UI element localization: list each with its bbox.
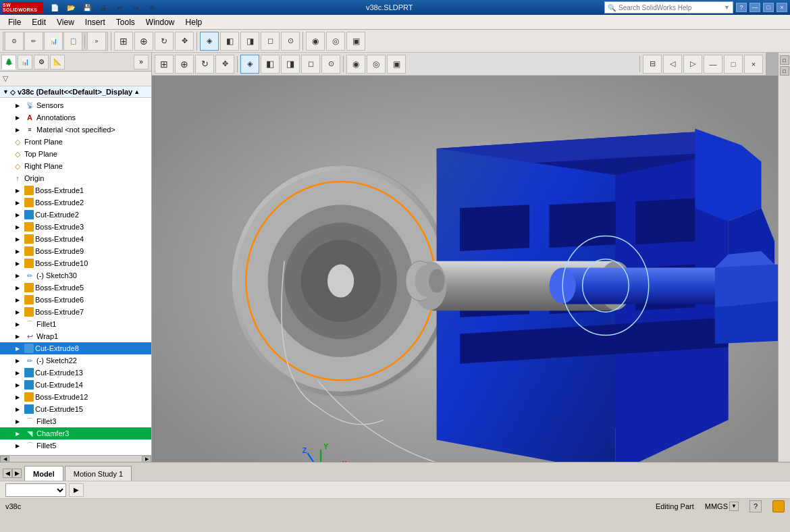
menu-insert[interactable]: Insert: [80, 16, 111, 28]
tree-item-right-plane[interactable]: ◇ Right Plane: [0, 160, 151, 172]
vp-zoom-in-btn[interactable]: ⊕: [175, 55, 194, 74]
tab-motion-study-1[interactable]: Motion Study 1: [65, 466, 132, 481]
rotate-view-btn[interactable]: ↻: [155, 32, 174, 51]
close-btn[interactable]: ×: [776, 3, 787, 12]
vp-rotate-btn[interactable]: ↻: [195, 55, 214, 74]
new-btn[interactable]: 📄: [47, 0, 62, 15]
vp-materials-btn[interactable]: ◉: [346, 55, 365, 74]
minimize-btn[interactable]: —: [749, 3, 760, 12]
tree-item-chamfer3[interactable]: ▶ ◥ Chamfer3: [0, 427, 151, 440]
menu-view[interactable]: View: [51, 16, 80, 28]
fm-scrollbar[interactable]: ◀ ▶: [0, 455, 151, 462]
print-btn[interactable]: 🖨: [96, 0, 111, 15]
tree-item-top-plane[interactable]: ◇ Top Plane: [0, 148, 151, 160]
tree-item-boss-extrude3[interactable]: ▶ Boss-Extrude3: [0, 221, 151, 233]
tab-model[interactable]: Model: [24, 466, 63, 481]
vp-pan-btn[interactable]: ✥: [215, 55, 234, 74]
tree-item-fillet3[interactable]: ▶ ⌒ Fillet3: [0, 415, 151, 427]
tree-item-cut-extrude2[interactable]: ▶ Cut-Extrude2: [0, 209, 151, 221]
scroll-right-btn[interactable]: ▶: [142, 456, 151, 462]
menu-window[interactable]: Window: [140, 16, 180, 28]
vp-display-btn[interactable]: ◧: [261, 55, 280, 74]
tree-item-boss-extrude6[interactable]: ▶ Boss-Extrude6: [0, 294, 151, 306]
fm-tab-property[interactable]: 📊: [18, 55, 32, 70]
display-style-btn[interactable]: ◧: [220, 32, 239, 51]
rotate2-btn[interactable]: ⊙: [281, 32, 300, 51]
tree-item-wrap1[interactable]: ▶ ↩ Wrap1: [0, 330, 151, 342]
scenes-btn[interactable]: ▣: [346, 32, 365, 51]
tree-item-annotations[interactable]: ▶ A Annotations: [0, 111, 151, 124]
vp-display2-btn[interactable]: ◨: [281, 55, 300, 74]
help-btn-status[interactable]: ?: [749, 500, 762, 512]
expand-btn[interactable]: »: [87, 32, 106, 51]
vp-scenes-btn[interactable]: ▣: [387, 55, 406, 74]
fm-tab-dim[interactable]: 📐: [50, 55, 65, 70]
menu-edit[interactable]: Edit: [26, 16, 51, 28]
tree-item-boss-extrude7[interactable]: ▶ Boss-Extrude7: [0, 306, 151, 318]
rsp-btn1[interactable]: □: [780, 55, 789, 65]
menu-file[interactable]: File: [3, 16, 26, 28]
section-view-btn[interactable]: ◻: [261, 32, 280, 51]
restore-btn[interactable]: □: [763, 3, 774, 12]
undo-btn[interactable]: ↩: [112, 0, 127, 15]
fm-tab-design[interactable]: 🌲: [1, 55, 16, 70]
options-btn[interactable]: ⚙: [144, 0, 159, 15]
vp-zoom-fit-btn[interactable]: ⊞: [155, 55, 174, 74]
units-dropdown-btn[interactable]: ▼: [729, 502, 739, 511]
display2-btn[interactable]: ◨: [240, 32, 259, 51]
tree-item-origin[interactable]: ↑ Origin: [0, 172, 151, 184]
vp-close-btn[interactable]: ×: [744, 55, 763, 74]
tree-item-front-plane[interactable]: ◇ Front Plane: [0, 136, 151, 148]
tree-item-boss-extrude12[interactable]: ▶ Boss-Extrude12: [0, 391, 151, 403]
office-tab[interactable]: 📋: [63, 32, 82, 51]
tree-item-cut-extrude13[interactable]: ▶ Cut-Extrude13: [0, 367, 151, 379]
tree-item-boss-extrude2[interactable]: ▶ Boss-Extrude2: [0, 196, 151, 209]
open-btn[interactable]: 📂: [63, 0, 78, 15]
tab-nav-left[interactable]: ◀: [3, 469, 12, 478]
help-btn[interactable]: ?: [736, 3, 747, 12]
tree-item-sketch30[interactable]: ▶ ✏ (-) Sketch30: [0, 269, 151, 282]
features-tab[interactable]: ⚙: [5, 32, 24, 51]
pan-btn[interactable]: ✥: [175, 32, 194, 51]
fm-root-item[interactable]: ▼ ◇ v38c (Default<<Default>_Display ▲: [0, 86, 151, 98]
search-dropdown-icon[interactable]: ▼: [724, 4, 730, 11]
vp-view3d-btn[interactable]: ◈: [240, 55, 259, 74]
fm-tab-config[interactable]: ⚙: [34, 55, 49, 70]
tree-item-cut-extrude15[interactable]: ▶ Cut-Extrude15: [0, 403, 151, 415]
rsp-btn2[interactable]: □: [780, 66, 789, 76]
vp-appearances-btn[interactable]: ◎: [367, 55, 386, 74]
materials-btn[interactable]: ◉: [306, 32, 325, 51]
tree-item-fillet5[interactable]: ▶ ⌒ Fillet5: [0, 440, 151, 452]
save-btn[interactable]: 💾: [80, 0, 95, 15]
vp-section-btn[interactable]: ◻: [301, 55, 320, 74]
fm-expand-btn[interactable]: »: [134, 55, 149, 70]
search-input[interactable]: [616, 2, 724, 13]
tree-item-boss-extrude4[interactable]: ▶ Boss-Extrude4: [0, 233, 151, 245]
vp-rotate2-btn[interactable]: ⊙: [321, 55, 340, 74]
tree-item-sensors[interactable]: ▶ 📡 Sensors: [0, 99, 151, 111]
view3d-btn[interactable]: ◈: [200, 32, 219, 51]
zoom-fit-btn[interactable]: ⊞: [114, 32, 133, 51]
vp-collapse-btn[interactable]: ◁: [663, 55, 682, 74]
vp-maximize-btn[interactable]: □: [724, 55, 743, 74]
tree-item-cut-extrude14[interactable]: ▶ Cut-Extrude14: [0, 379, 151, 391]
vp-panel-orient-btn[interactable]: ⊟: [643, 55, 662, 74]
tree-item-boss-extrude1[interactable]: ▶ Boss-Extrude1: [0, 184, 151, 196]
sketch-tab[interactable]: ✏: [24, 32, 43, 51]
bottom-play-btn[interactable]: ▶: [69, 483, 84, 497]
vp-minimize-btn[interactable]: —: [704, 55, 722, 74]
tree-item-material[interactable]: ▶ ≡ Material <not specified>: [0, 124, 151, 136]
zoom-in-btn[interactable]: ⊕: [134, 32, 153, 51]
tree-item-boss-extrude5[interactable]: ▶ Boss-Extrude5: [0, 282, 151, 294]
tree-item-fillet1[interactable]: ▶ ⌒ Fillet1: [0, 318, 151, 330]
scroll-left-btn[interactable]: ◀: [0, 456, 9, 462]
menu-tools[interactable]: Tools: [111, 16, 140, 28]
vp-expand-btn[interactable]: ▷: [683, 55, 702, 74]
tree-item-boss-extrude9[interactable]: ▶ Boss-Extrude9: [0, 245, 151, 257]
tab-nav-right[interactable]: ▶: [12, 469, 22, 478]
menu-help[interactable]: Help: [180, 16, 208, 28]
tree-item-boss-extrude10[interactable]: ▶ Boss-Extrude10: [0, 257, 151, 269]
tree-item-cut-extrude8[interactable]: ▶ Cut-Extrude8: [0, 342, 151, 354]
tree-item-sketch22[interactable]: ▶ ✏ (-) Sketch22: [0, 354, 151, 367]
bottom-combo[interactable]: [5, 483, 66, 497]
